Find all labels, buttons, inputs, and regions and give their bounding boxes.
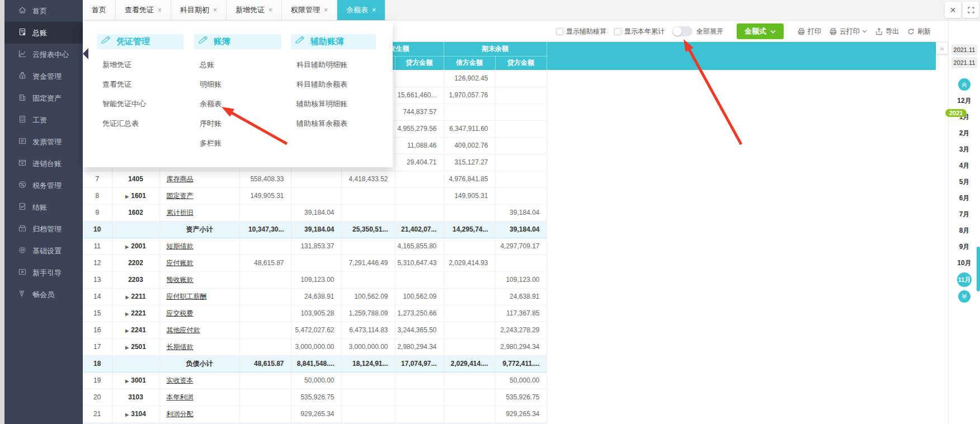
tab-close-icon[interactable]: ×	[372, 6, 376, 14]
amount-format-button[interactable]: 金额式	[737, 23, 784, 39]
menu-item[interactable]: 余额表	[194, 94, 281, 114]
sidebar-item-archive[interactable]: 归档管理	[4, 218, 83, 240]
account-name-link[interactable]: 应交税费	[167, 309, 194, 317]
table-row: 16▶2241其他应付款5,472,027.626,473,114.833,24…	[83, 322, 936, 338]
header-group-ending: 期末余额	[444, 42, 546, 56]
account-name-link[interactable]: 应付账款	[167, 259, 194, 267]
tab-new-voucher[interactable]: 新增凭证×	[227, 0, 282, 20]
collapse-panel-tab[interactable]: »	[936, 42, 948, 54]
menu-item[interactable]: 科目辅助余额表	[291, 74, 376, 94]
export-button[interactable]: 导出	[875, 27, 899, 36]
month-item[interactable]: 3月	[949, 142, 980, 158]
expand-arrow-icon[interactable]: ▶	[125, 295, 129, 300]
tab-balance-sheet[interactable]: 余额表×	[337, 0, 385, 20]
month-item[interactable]: 5月	[949, 174, 980, 190]
expand-arrow-icon[interactable]: ▶	[125, 194, 129, 199]
menu-item[interactable]: 凭证汇总表	[97, 114, 183, 133]
toggle-knob[interactable]	[673, 27, 682, 36]
month-item[interactable]: 8月	[949, 223, 980, 239]
month-item[interactable]: 6月	[949, 190, 980, 206]
account-name-cell: 应付账款	[159, 255, 239, 271]
expand-arrow-icon[interactable]: ▶	[125, 379, 129, 384]
printer-icon	[829, 27, 837, 36]
sidebar-item-funds[interactable]: 资金管理	[4, 65, 83, 87]
menu-item[interactable]: 查看凭证	[97, 74, 183, 94]
expand-arrow-icon[interactable]: ▶	[125, 328, 129, 333]
menu-item[interactable]: 辅助核算余额表	[291, 114, 376, 133]
expand-arrow-icon[interactable]: ▶	[125, 412, 129, 417]
account-name-link[interactable]: 库存商品	[167, 175, 194, 183]
menu-item[interactable]: 科目辅助明细账	[291, 55, 376, 74]
menu-item[interactable]: 辅助核算明细账	[291, 94, 376, 114]
menu-items: 科目辅助明细账科目辅助余额表辅助核算明细账辅助核算余额表	[291, 55, 376, 133]
tab-view-voucher[interactable]: 查看凭证×	[116, 0, 171, 20]
account-name-link[interactable]: 本年利润	[167, 393, 194, 401]
sidebar-item-guide[interactable]: 新手引导	[4, 262, 83, 284]
menu-item[interactable]: 多栏账	[194, 133, 281, 153]
fullscreen-button[interactable]	[963, 2, 979, 18]
checkbox-label: 显示辅助核算	[566, 27, 606, 36]
menu-item[interactable]: 总账	[194, 55, 281, 74]
sidebar-item-home[interactable]: 首页	[4, 0, 83, 22]
period-box[interactable]: 2021.11	[951, 44, 977, 55]
sidebar-item-purchase-sale[interactable]: 进销台账	[4, 153, 83, 175]
month-item-selected[interactable]: 11月	[957, 272, 972, 287]
sidebar-item-settings[interactable]: 基础设置	[4, 240, 83, 262]
menu-item[interactable]: 序时账	[194, 114, 281, 133]
checkbox-show-ytd[interactable]: 显示本年累计	[614, 27, 665, 36]
account-name-link[interactable]: 应付职工薪酬	[167, 293, 207, 300]
tab-close-icon[interactable]: ×	[324, 6, 328, 14]
tab-close-icon[interactable]: ×	[213, 6, 217, 14]
checkbox-show-auxiliary[interactable]: 显示辅助核算	[556, 27, 606, 36]
month-item[interactable]: 7月	[949, 206, 980, 223]
account-name-link[interactable]: 利润分配	[167, 410, 194, 418]
sidebar-item-general-ledger[interactable]: 总账	[4, 22, 83, 44]
tab-close-icon[interactable]: ×	[268, 6, 272, 14]
expand-arrow-icon[interactable]: ▶	[125, 312, 129, 317]
table-row: 71405库存商品558,408.334,418,433.524,976,841…	[83, 171, 936, 187]
scrollbar-thumb[interactable]	[977, 247, 980, 291]
tab-subject-opening[interactable]: 科目期初×	[171, 0, 227, 20]
account-name-link[interactable]: 短期借款	[167, 242, 194, 250]
cloud-print-button[interactable]: 云打印	[829, 27, 867, 36]
sidebar-item-label: 畅会员	[32, 290, 54, 300]
checkbox-icon[interactable]	[614, 28, 621, 35]
account-name-link[interactable]: 其他应付款	[167, 326, 200, 334]
print-button[interactable]: 打印	[797, 27, 821, 36]
account-name-link[interactable]: 预收账款	[167, 276, 194, 284]
menu-item[interactable]: 新增凭证	[97, 55, 183, 74]
sidebar-item-invoice[interactable]: 发票管理	[4, 131, 83, 153]
month-item[interactable]: 9月	[949, 239, 980, 255]
amount-cell	[341, 271, 395, 288]
close-button[interactable]: ✕	[945, 2, 961, 18]
sidebar-item-tax[interactable]: 税务管理	[4, 175, 83, 196]
account-name-link[interactable]: 长期借款	[167, 343, 194, 351]
month-item[interactable]: 10月	[949, 255, 980, 271]
sidebar-item-member[interactable]: 畅会员	[4, 284, 83, 305]
period-box[interactable]: 2021.11	[951, 57, 977, 68]
tab-close-icon[interactable]: ×	[158, 6, 162, 14]
sidebar-item-closing[interactable]: 结账	[4, 196, 83, 218]
account-name-link[interactable]: 累计折旧	[167, 209, 194, 216]
checkbox-icon[interactable]	[556, 28, 563, 35]
refresh-button[interactable]: 刷新	[907, 27, 931, 36]
expand-arrow-icon[interactable]: ▶	[125, 244, 129, 249]
menu-item[interactable]: 明细账	[194, 74, 281, 94]
expand-all-toggle[interactable]	[672, 26, 692, 36]
month-item[interactable]: 4月	[949, 158, 980, 174]
account-name-link[interactable]: 实收资本	[167, 376, 194, 384]
sidebar-collapse-handle[interactable]	[83, 48, 88, 59]
scroll-up-button[interactable]	[958, 78, 970, 91]
sidebar-item-fixed-assets[interactable]: 固定资产	[4, 87, 83, 109]
sidebar-item-cloud-reports[interactable]: 云报表中心	[4, 44, 83, 65]
account-name-link[interactable]: 固定资产	[167, 192, 194, 200]
menu-item[interactable]: 智能凭证中心	[97, 94, 183, 114]
sidebar-item-salary[interactable]: 工资	[4, 109, 83, 131]
month-item[interactable]: 2月	[949, 125, 980, 142]
expand-arrow-icon[interactable]: ▶	[125, 345, 129, 350]
tab-home[interactable]: 首页	[83, 0, 116, 20]
tab-permission[interactable]: 权限管理×	[282, 0, 337, 20]
month-item[interactable]: 12月	[949, 93, 980, 109]
scroll-down-button[interactable]	[958, 290, 970, 303]
row-filler	[546, 372, 936, 389]
